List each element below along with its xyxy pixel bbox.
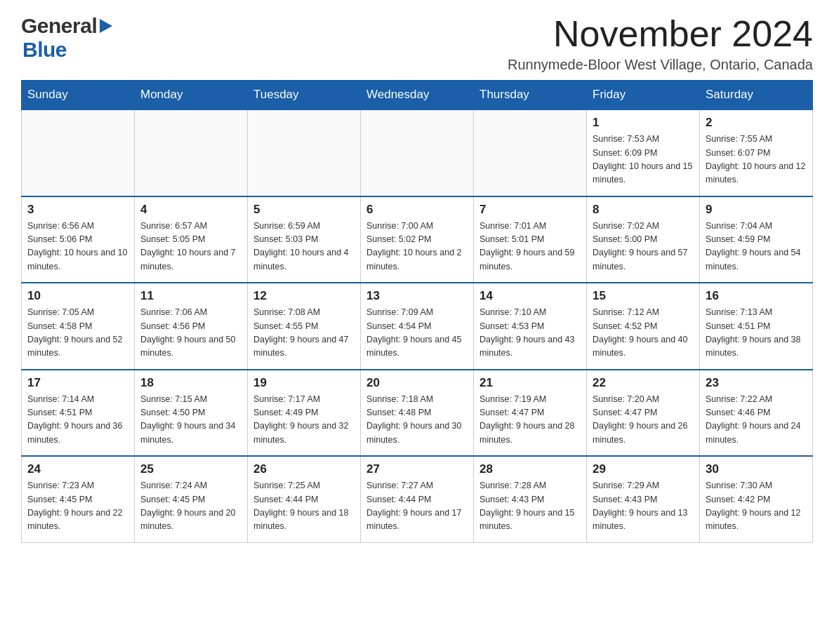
day-number: 5 (253, 203, 355, 217)
svg-marker-0 (100, 19, 112, 33)
month-year-title: November 2024 (508, 14, 813, 54)
day-number: 17 (27, 376, 128, 390)
day-cell-35: 30Sunrise: 7:30 AMSunset: 4:42 PMDayligh… (700, 456, 813, 542)
day-info: Sunrise: 7:19 AMSunset: 4:47 PMDaylight:… (479, 393, 581, 448)
day-cell-27: 22Sunrise: 7:20 AMSunset: 4:47 PMDayligh… (587, 370, 700, 457)
day-number: 9 (706, 203, 807, 217)
day-cell-26: 21Sunrise: 7:19 AMSunset: 4:47 PMDayligh… (474, 370, 587, 457)
day-cell-1 (22, 109, 135, 196)
day-number: 3 (27, 203, 128, 217)
day-number: 7 (479, 203, 581, 217)
day-info: Sunrise: 7:14 AMSunset: 4:51 PMDaylight:… (27, 393, 128, 448)
day-cell-10: 5Sunrise: 6:59 AMSunset: 5:03 PMDaylight… (248, 196, 361, 283)
day-cell-8: 3Sunrise: 6:56 AMSunset: 5:06 PMDaylight… (22, 196, 135, 283)
day-number: 13 (366, 289, 468, 303)
logo-blue-text: Blue (22, 38, 67, 61)
logo: General Blue (21, 14, 112, 62)
day-info: Sunrise: 7:17 AMSunset: 4:49 PMDaylight:… (253, 393, 355, 448)
day-cell-32: 27Sunrise: 7:27 AMSunset: 4:44 PMDayligh… (361, 456, 474, 542)
day-info: Sunrise: 7:00 AMSunset: 5:02 PMDaylight:… (366, 220, 468, 274)
day-number: 6 (366, 203, 468, 217)
day-cell-14: 9Sunrise: 7:04 AMSunset: 4:59 PMDaylight… (700, 196, 813, 283)
day-number: 14 (479, 289, 581, 303)
day-cell-12: 7Sunrise: 7:01 AMSunset: 5:01 PMDaylight… (474, 196, 587, 283)
day-number: 25 (140, 462, 241, 476)
day-cell-18: 13Sunrise: 7:09 AMSunset: 4:54 PMDayligh… (361, 283, 474, 370)
day-info: Sunrise: 7:30 AMSunset: 4:42 PMDaylight:… (706, 479, 807, 534)
day-cell-34: 29Sunrise: 7:29 AMSunset: 4:43 PMDayligh… (587, 456, 700, 542)
weekday-header-row: Sunday Monday Tuesday Wednesday Thursday… (22, 81, 813, 110)
day-info: Sunrise: 7:09 AMSunset: 4:54 PMDaylight:… (366, 306, 468, 361)
day-cell-5 (474, 109, 587, 196)
day-number: 19 (253, 376, 355, 390)
header-tuesday: Tuesday (248, 81, 361, 110)
day-cell-7: 2Sunrise: 7:55 AMSunset: 6:07 PMDaylight… (700, 109, 813, 196)
day-cell-3 (248, 109, 361, 196)
day-info: Sunrise: 6:57 AMSunset: 5:05 PMDaylight:… (140, 220, 241, 274)
day-info: Sunrise: 7:01 AMSunset: 5:01 PMDaylight:… (479, 220, 581, 274)
day-info: Sunrise: 7:05 AMSunset: 4:58 PMDaylight:… (27, 306, 128, 361)
day-info: Sunrise: 7:28 AMSunset: 4:43 PMDaylight:… (479, 479, 581, 534)
header-thursday: Thursday (474, 81, 587, 110)
day-info: Sunrise: 7:15 AMSunset: 4:50 PMDaylight:… (140, 393, 241, 448)
day-cell-23: 18Sunrise: 7:15 AMSunset: 4:50 PMDayligh… (135, 370, 248, 457)
day-number: 10 (27, 289, 128, 303)
week-row-1: 1Sunrise: 7:53 AMSunset: 6:09 PMDaylight… (22, 109, 813, 196)
day-number: 22 (593, 376, 694, 390)
day-cell-29: 24Sunrise: 7:23 AMSunset: 4:45 PMDayligh… (22, 456, 135, 542)
logo-general-text: General (21, 14, 97, 38)
header-monday: Monday (135, 81, 248, 110)
day-info: Sunrise: 7:08 AMSunset: 4:55 PMDaylight:… (253, 306, 355, 361)
day-cell-28: 23Sunrise: 7:22 AMSunset: 4:46 PMDayligh… (700, 370, 813, 457)
day-info: Sunrise: 7:02 AMSunset: 5:00 PMDaylight:… (593, 220, 694, 274)
day-cell-2 (135, 109, 248, 196)
day-number: 2 (706, 116, 807, 130)
day-number: 8 (593, 203, 694, 217)
day-number: 28 (479, 462, 581, 476)
day-info: Sunrise: 7:29 AMSunset: 4:43 PMDaylight:… (593, 479, 694, 534)
day-cell-21: 16Sunrise: 7:13 AMSunset: 4:51 PMDayligh… (700, 283, 813, 370)
day-number: 27 (366, 462, 468, 476)
day-cell-13: 8Sunrise: 7:02 AMSunset: 5:00 PMDaylight… (587, 196, 700, 283)
day-info: Sunrise: 7:53 AMSunset: 6:09 PMDaylight:… (593, 133, 694, 187)
day-cell-11: 6Sunrise: 7:00 AMSunset: 5:02 PMDaylight… (361, 196, 474, 283)
week-row-3: 10Sunrise: 7:05 AMSunset: 4:58 PMDayligh… (22, 283, 813, 370)
day-cell-4 (361, 109, 474, 196)
day-number: 24 (27, 462, 128, 476)
day-cell-16: 11Sunrise: 7:06 AMSunset: 4:56 PMDayligh… (135, 283, 248, 370)
day-info: Sunrise: 7:18 AMSunset: 4:48 PMDaylight:… (366, 393, 468, 448)
day-number: 16 (706, 289, 807, 303)
day-cell-9: 4Sunrise: 6:57 AMSunset: 5:05 PMDaylight… (135, 196, 248, 283)
week-row-2: 3Sunrise: 6:56 AMSunset: 5:06 PMDaylight… (22, 196, 813, 283)
day-info: Sunrise: 7:23 AMSunset: 4:45 PMDaylight:… (27, 479, 128, 534)
title-block: November 2024 Runnymede-Bloor West Villa… (508, 14, 813, 73)
day-cell-17: 12Sunrise: 7:08 AMSunset: 4:55 PMDayligh… (248, 283, 361, 370)
location-subtitle: Runnymede-Bloor West Village, Ontario, C… (508, 57, 813, 73)
day-number: 1 (593, 116, 694, 130)
header-saturday: Saturday (700, 81, 813, 110)
day-info: Sunrise: 7:20 AMSunset: 4:47 PMDaylight:… (593, 393, 694, 448)
calendar-table: Sunday Monday Tuesday Wednesday Thursday… (21, 80, 813, 543)
day-number: 12 (253, 289, 355, 303)
day-cell-33: 28Sunrise: 7:28 AMSunset: 4:43 PMDayligh… (474, 456, 587, 542)
day-number: 30 (706, 462, 807, 476)
day-number: 11 (140, 289, 241, 303)
day-number: 15 (593, 289, 694, 303)
day-number: 23 (706, 376, 807, 390)
page-header: General Blue November 2024 Runnymede-Blo… (21, 14, 813, 73)
logo-triangle-icon (100, 19, 112, 36)
day-info: Sunrise: 7:10 AMSunset: 4:53 PMDaylight:… (479, 306, 581, 361)
day-info: Sunrise: 7:06 AMSunset: 4:56 PMDaylight:… (140, 306, 241, 361)
day-info: Sunrise: 7:12 AMSunset: 4:52 PMDaylight:… (593, 306, 694, 361)
day-cell-24: 19Sunrise: 7:17 AMSunset: 4:49 PMDayligh… (248, 370, 361, 457)
day-number: 21 (479, 376, 581, 390)
day-info: Sunrise: 7:04 AMSunset: 4:59 PMDaylight:… (706, 220, 807, 274)
day-info: Sunrise: 6:59 AMSunset: 5:03 PMDaylight:… (253, 220, 355, 274)
day-number: 29 (593, 462, 694, 476)
day-cell-22: 17Sunrise: 7:14 AMSunset: 4:51 PMDayligh… (22, 370, 135, 457)
day-info: Sunrise: 7:27 AMSunset: 4:44 PMDaylight:… (366, 479, 468, 534)
day-number: 26 (253, 462, 355, 476)
day-cell-19: 14Sunrise: 7:10 AMSunset: 4:53 PMDayligh… (474, 283, 587, 370)
week-row-5: 24Sunrise: 7:23 AMSunset: 4:45 PMDayligh… (22, 456, 813, 542)
day-cell-25: 20Sunrise: 7:18 AMSunset: 4:48 PMDayligh… (361, 370, 474, 457)
